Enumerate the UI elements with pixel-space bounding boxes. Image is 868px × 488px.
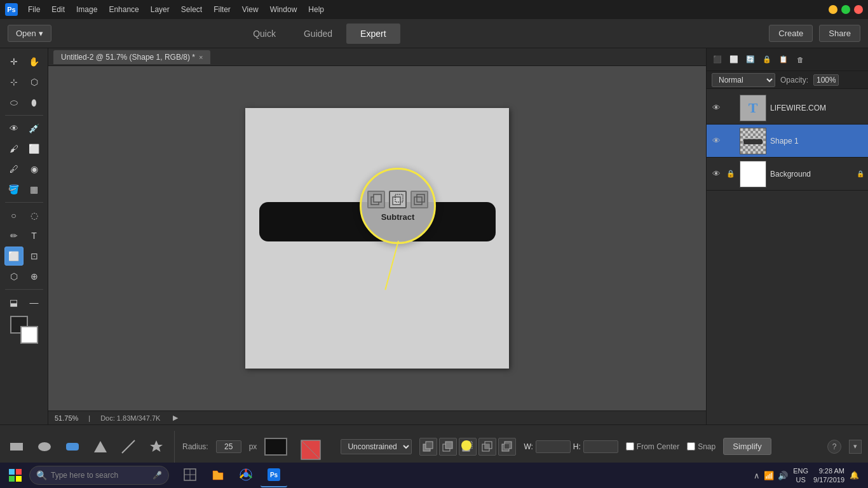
mode-quick[interactable]: Quick bbox=[239, 24, 290, 44]
width-input[interactable] bbox=[536, 440, 571, 453]
hand-tool[interactable]: ✋ bbox=[25, 52, 44, 71]
panel-icon-btn-6[interactable]: 🗑 bbox=[793, 53, 807, 67]
svg-rect-17 bbox=[445, 442, 452, 449]
pen-tool[interactable]: ✏ bbox=[4, 226, 24, 245]
panel-icon-btn-3[interactable]: 🔄 bbox=[743, 53, 757, 67]
shape-op-subtract-button[interactable] bbox=[459, 438, 477, 456]
shape-tool[interactable]: ⬜ bbox=[4, 247, 24, 266]
shape-op-new-button[interactable] bbox=[419, 438, 437, 456]
chevron-up-icon[interactable]: ∧ bbox=[754, 471, 760, 480]
snap-checkbox[interactable] bbox=[687, 442, 695, 451]
start-button[interactable] bbox=[4, 464, 27, 487]
clone-tool[interactable]: 🖋 bbox=[4, 159, 24, 179]
canvas-tab-close-button[interactable]: × bbox=[199, 53, 203, 61]
shape-preset-custom[interactable] bbox=[146, 437, 166, 457]
paint-bucket-tool[interactable]: 🪣 bbox=[4, 180, 24, 199]
move-tool[interactable]: ✛ bbox=[4, 52, 24, 71]
svg-rect-8 bbox=[66, 443, 79, 451]
panel-icon-btn-4[interactable]: 🔒 bbox=[760, 53, 774, 67]
title-menu: File Edit Image Enhance Layer Select Fil… bbox=[23, 3, 329, 17]
color-swatch-button[interactable] bbox=[264, 438, 287, 456]
taskbar-search[interactable]: 🔍 Type here to search 🎤 bbox=[29, 466, 169, 485]
menu-file[interactable]: File bbox=[23, 3, 45, 17]
blend-mode-select[interactable]: Normal bbox=[712, 73, 775, 87]
layer-lock-bg[interactable]: 🔒 bbox=[726, 169, 736, 179]
tool-row-paint2: 🖋 ◉ bbox=[4, 159, 44, 179]
canvas-wrapper[interactable]: Subtract bbox=[48, 66, 706, 410]
transform-tool[interactable]: ⬡ bbox=[4, 267, 24, 286]
spot-heal-tool[interactable]: ◉ bbox=[25, 159, 44, 179]
eye-tool[interactable]: 👁 bbox=[4, 119, 24, 138]
menu-filter[interactable]: Filter bbox=[208, 3, 236, 17]
volume-icon[interactable]: 🔊 bbox=[778, 471, 788, 480]
eyedrop-tool[interactable]: 💉 bbox=[25, 119, 44, 138]
simplify-button[interactable]: Simplify bbox=[723, 438, 771, 455]
network-icon[interactable]: 📶 bbox=[764, 471, 774, 480]
canvas-tab[interactable]: Untitled-2 @ 51.7% (Shape 1, RGB/8) * × bbox=[53, 50, 210, 64]
menu-enhance[interactable]: Enhance bbox=[104, 3, 144, 17]
menu-image[interactable]: Image bbox=[71, 3, 102, 17]
shape-op-intersect-button[interactable] bbox=[478, 438, 496, 456]
open-button[interactable]: Open ▾ bbox=[8, 25, 51, 42]
shape-preset-polygon[interactable] bbox=[90, 437, 111, 457]
constraint-select[interactable]: Unconstrained Square Fixed Size Proporti… bbox=[341, 439, 412, 454]
from-center-label-group: From Center bbox=[626, 442, 679, 451]
eraser-tool[interactable]: ⬜ bbox=[25, 139, 44, 158]
layer-eye-bg[interactable]: 👁 bbox=[710, 168, 722, 180]
brush-tool[interactable]: 🖌 bbox=[4, 139, 24, 158]
minimize-button[interactable] bbox=[829, 5, 837, 14]
opacity-input[interactable] bbox=[813, 74, 839, 86]
taskbar-app-chrome[interactable] bbox=[233, 463, 259, 487]
ruler-tool[interactable]: — bbox=[25, 293, 44, 312]
shape-op-add-button[interactable] bbox=[439, 438, 457, 456]
quick-select-tool[interactable]: ⬭ bbox=[4, 93, 24, 112]
layer-item-shape[interactable]: 👁 Shape 1 bbox=[707, 125, 868, 158]
layer-item-bg[interactable]: 👁 🔒 Background 🔒 bbox=[707, 158, 868, 191]
smart-tool[interactable]: ⊕ bbox=[25, 267, 44, 286]
background-color[interactable] bbox=[20, 326, 38, 344]
menu-window[interactable]: Window bbox=[265, 3, 302, 17]
menu-select[interactable]: Select bbox=[176, 3, 207, 17]
tool-row-select: ⊹ ⬡ bbox=[4, 72, 44, 92]
close-button[interactable] bbox=[854, 5, 863, 14]
marquee-tool[interactable]: ⊹ bbox=[4, 72, 24, 92]
taskbar-app-photoshop[interactable]: Ps bbox=[261, 463, 287, 487]
menu-help[interactable]: Help bbox=[303, 3, 329, 17]
layer-eye-shape[interactable]: 👁 bbox=[710, 135, 722, 147]
maximize-button[interactable] bbox=[841, 5, 850, 14]
shape-preset-line[interactable] bbox=[118, 437, 139, 457]
panel-expand-button[interactable]: ▾ bbox=[849, 440, 862, 454]
crop-tool[interactable]: ⊡ bbox=[25, 247, 44, 266]
status-arrow[interactable]: ▶ bbox=[173, 414, 178, 422]
panel-icon-btn-1[interactable]: ⬛ bbox=[710, 53, 724, 67]
notification-icon[interactable]: 🔔 bbox=[850, 471, 859, 480]
height-input[interactable] bbox=[583, 440, 618, 453]
help-button[interactable]: ? bbox=[827, 440, 841, 454]
taskbar-app-multiview[interactable] bbox=[177, 463, 203, 487]
share-button[interactable]: Share bbox=[819, 25, 860, 42]
from-center-checkbox[interactable] bbox=[626, 442, 634, 451]
layer-eye-text[interactable]: 👁 bbox=[710, 102, 722, 114]
layer-item-text[interactable]: 👁 T LIFEWIRE.COM bbox=[707, 92, 868, 125]
shape-preset-roundrect[interactable] bbox=[62, 437, 83, 457]
panel-icon-btn-2[interactable]: ⬜ bbox=[727, 53, 741, 67]
blur-tool[interactable]: ◌ bbox=[25, 206, 44, 225]
create-button[interactable]: Create bbox=[769, 25, 813, 42]
refine-tool[interactable]: ⬮ bbox=[25, 93, 44, 112]
custom-shape-tool[interactable]: ⬓ bbox=[4, 293, 24, 312]
text-tool[interactable]: T bbox=[25, 226, 44, 245]
menu-layer[interactable]: Layer bbox=[146, 3, 175, 17]
radius-input[interactable]: 25 bbox=[216, 440, 241, 453]
shape-preset-rect[interactable] bbox=[6, 437, 27, 457]
shape-op-exclude-button[interactable] bbox=[498, 438, 516, 456]
dodge-tool[interactable]: ○ bbox=[4, 206, 24, 225]
panel-icon-btn-5[interactable]: 📋 bbox=[776, 53, 790, 67]
taskbar-app-files[interactable] bbox=[205, 463, 231, 487]
menu-view[interactable]: View bbox=[237, 3, 264, 17]
mode-guided[interactable]: Guided bbox=[290, 24, 346, 44]
shape-preset-ellipse[interactable] bbox=[34, 437, 55, 457]
lasso-tool[interactable]: ⬡ bbox=[25, 72, 44, 92]
mode-expert[interactable]: Expert bbox=[346, 24, 400, 44]
gradient-tool[interactable]: ▦ bbox=[25, 180, 44, 199]
menu-edit[interactable]: Edit bbox=[46, 3, 70, 17]
